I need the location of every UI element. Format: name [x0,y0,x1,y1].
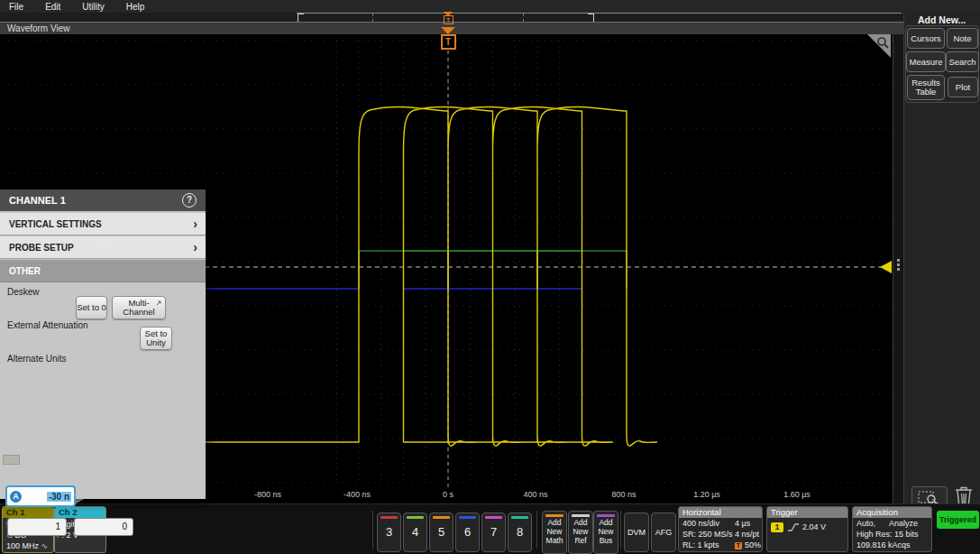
menu-bar: File Edit Utility Help [0,0,980,13]
dialog-title[interactable]: CHANNEL 1 [0,189,206,211]
sample-interval: 4 ns/pt [735,529,759,540]
note-button[interactable]: Note [947,28,978,49]
ch8-button[interactable]: 8 [508,512,532,552]
ch6-color-stripe [459,516,476,519]
ch8-label: 8 [508,525,531,539]
sample-rate: SR: 250 MS/s [682,530,733,539]
trigger-source-badge: 1 [771,522,783,532]
cursors-button[interactable]: Cursors [907,28,945,49]
scroll-grip-dots-icon[interactable] [897,259,900,262]
expand-icon [156,300,161,306]
axis-tick-label: 1.20 µs [693,490,720,499]
minimap-tick [372,14,373,22]
trigger-title: Trigger [767,507,847,518]
axis-tick-label: -800 ns [254,490,281,499]
plot-button[interactable]: Plot [948,77,978,97]
add-new-title: Add New... [918,14,966,25]
trigger-level-handle[interactable] [880,261,892,273]
ch1-waveform-handle[interactable]: C 1 [3,455,20,465]
external-attenuation-label: External Attenuation [7,320,88,330]
section-other[interactable]: OTHER [0,260,206,282]
attenuation-field-1[interactable] [7,518,67,536]
channel-1-dialog: CHANNEL 1 ? VERTICAL SETTINGS › PROBE SE… [0,189,206,499]
acquisition-mode: Auto, [856,519,875,528]
divider [372,511,373,549]
acquisition-analyze: Analyze [889,518,918,529]
ch4-button[interactable]: 4 [403,512,427,552]
corner-zoom-control[interactable] [867,34,891,58]
ch8-color-stripe [511,516,528,519]
multi-channel-button[interactable]: Multi-Channel [112,296,166,319]
divider [620,511,621,549]
deskew-value: -30 n [47,492,71,502]
minimap-trigger-marker[interactable]: T [441,12,455,25]
ch5-label: 5 [430,525,453,539]
axis-tick-label: 400 ns [523,490,547,499]
set-to-unity-button[interactable]: Set to Unity [140,327,172,350]
menu-help[interactable]: Help [126,2,145,12]
horizontal-window: 4 µs [735,518,750,529]
ch3-button[interactable]: 3 [377,512,401,552]
axis-tick-label: 800 ns [611,490,636,499]
add-new-ref-button[interactable]: Add New Ref [568,511,593,554]
add-new-bus-button[interactable]: Add New Bus [593,511,618,554]
trigger-panel[interactable]: Trigger 1 2.04 V [766,506,848,552]
bandwidth-icon: ∿ [41,541,49,550]
math-color-stripe [545,514,563,517]
ch5-color-stripe [433,516,450,519]
minimap-tick [523,14,524,22]
results-table-button[interactable]: Results Table [907,75,945,100]
ch2-badge-header: Ch 2 [55,507,105,518]
ch4-color-stripe [407,516,424,519]
horizontal-position: 50% [745,540,761,549]
add-new-math-button[interactable]: Add New Math [542,511,567,554]
section-label: PROBE SETUP [9,243,74,253]
bus-color-stripe [597,514,615,517]
acquisition-detail: High Res: 15 bits [853,529,931,540]
chevron-right-icon: › [193,236,197,259]
trigger-position-marker[interactable]: T [440,27,456,50]
acquisition-panel[interactable]: Acquisition Auto,Analyze High Res: 15 bi… [852,506,932,552]
ch6-label: 6 [456,525,479,539]
measure-button[interactable]: Measure [906,51,946,72]
ch1-badge-header: Ch 1 [3,507,53,518]
record-length: RL: 1 kpts [682,540,719,549]
trigger-marker-icon: T [444,15,453,24]
section-vertical-settings[interactable]: VERTICAL SETTINGS › [0,213,206,235]
afg-button[interactable]: AFG [651,512,676,552]
help-icon[interactable]: ? [182,193,197,208]
acquisition-title: Acquisition [853,507,931,518]
ref-color-stripe [572,514,590,517]
trigger-position-arrow-icon [441,27,455,34]
menu-utility[interactable]: Utility [82,2,104,12]
ch5-button[interactable]: 5 [429,512,453,552]
set-to-zero-button[interactable]: Set to 0 [76,296,107,319]
axis-tick-label: 0 s [443,490,453,499]
axis-tick-label: -400 ns [343,490,371,499]
deskew-input[interactable]: A -30 n [5,485,76,507]
attenuation-field-2[interactable] [74,518,133,536]
divider [536,511,537,549]
ch7-color-stripe [485,516,502,519]
dvm-button[interactable]: DVM [624,512,649,552]
ch1-bandwidth: 100 MHz [6,541,39,550]
horizontal-panel[interactable]: Horizontal 400 ns/div4 µs SR: 250 MS/s4 … [678,506,763,552]
deskew-label: Deskew [7,287,40,297]
add-ref-label: Add New Ref [569,519,592,545]
trigger-level-value: 2.04 V [802,522,826,532]
search-button[interactable]: Search [946,51,979,72]
rising-edge-icon [787,522,800,532]
ch4-label: 4 [404,525,426,539]
axis-tick-label: 1.60 µs [783,490,811,499]
section-label: OTHER [9,266,41,276]
acquisition-count: 109.816 kAcqs [853,540,931,550]
menu-file[interactable]: File [9,2,23,12]
triggered-badge: Triggered [937,511,979,529]
ch6-button[interactable]: 6 [455,512,480,552]
digital-label-clock: Clock [93,238,118,249]
ch7-button[interactable]: 7 [481,512,506,552]
knob-a-icon: A [10,491,22,503]
vertical-scroll-strip[interactable] [893,34,903,503]
oscilloscope-app: File Edit Utility Help T Waveform View T [0,0,980,554]
menu-edit[interactable]: Edit [45,2,60,12]
